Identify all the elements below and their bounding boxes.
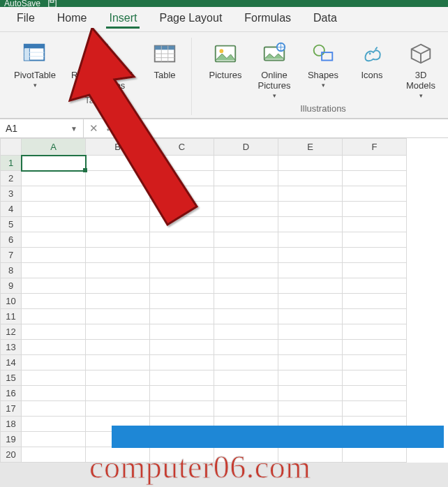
cell[interactable] [150,309,214,324]
cell[interactable] [343,401,407,417]
cell[interactable] [214,355,278,370]
cell[interactable] [150,217,214,232]
cell[interactable] [343,278,407,294]
column-header[interactable]: D [214,139,278,156]
cell[interactable] [22,417,86,432]
cell[interactable] [214,232,278,248]
cell[interactable] [150,278,214,294]
cell[interactable] [343,309,407,324]
cell[interactable] [278,340,343,355]
cell[interactable] [86,401,150,417]
cell[interactable] [278,232,343,248]
cell[interactable] [214,217,278,232]
cell[interactable] [214,324,278,340]
cell[interactable] [278,386,343,401]
cell[interactable] [86,248,150,263]
cell[interactable] [214,248,278,263]
column-header[interactable]: F [343,139,407,156]
cell[interactable] [150,340,214,355]
fx-icon[interactable]: fx [121,122,133,135]
row-header[interactable]: 19 [1,432,22,447]
cell[interactable] [214,171,278,186]
confirm-icon[interactable]: ✓ [105,122,114,135]
row-header[interactable]: 18 [1,417,22,432]
cell[interactable] [278,278,343,294]
cell[interactable] [343,447,407,463]
cell[interactable] [343,156,407,171]
cell[interactable] [343,263,407,278]
table-button[interactable]: Table [144,38,186,80]
row-header[interactable]: 20 [1,447,22,463]
tab-page-layout[interactable]: Page Layout [148,6,233,31]
cell[interactable] [150,324,214,340]
cell[interactable] [278,248,343,263]
cell[interactable] [22,447,86,463]
cell[interactable] [343,202,407,217]
row-header[interactable]: 1 [1,156,22,171]
cell[interactable] [150,386,214,401]
cell[interactable] [86,309,150,324]
cell[interactable] [278,186,343,202]
cell[interactable] [150,370,214,386]
icons-button[interactable]: Icons [351,38,393,80]
cell[interactable] [86,171,150,186]
cell[interactable] [343,217,407,232]
column-header[interactable]: C [150,139,214,156]
column-header[interactable]: B [86,139,150,156]
cell[interactable] [86,355,150,370]
cell[interactable] [86,278,150,294]
cell[interactable] [278,217,343,232]
cell[interactable] [214,370,278,386]
cell[interactable] [22,370,86,386]
cell[interactable] [214,386,278,401]
cell[interactable] [150,263,214,278]
cell[interactable] [343,186,407,202]
tab-data[interactable]: Data [302,6,348,31]
cell[interactable] [22,324,86,340]
cell[interactable] [343,370,407,386]
cell[interactable] [343,324,407,340]
cell[interactable] [86,217,150,232]
cell[interactable] [22,263,86,278]
tab-home[interactable]: Home [46,6,98,31]
row-header[interactable]: 8 [1,263,22,278]
cell[interactable] [22,401,86,417]
cell[interactable] [278,294,343,309]
pictures-button[interactable]: Pictures [204,38,246,80]
row-header[interactable]: 13 [1,340,22,355]
cell[interactable] [86,386,150,401]
cell[interactable] [86,186,150,202]
cell[interactable] [86,324,150,340]
cell[interactable] [343,248,407,263]
tab-insert[interactable]: Insert [98,6,148,31]
select-all-cell[interactable] [1,139,22,156]
cell[interactable] [214,186,278,202]
cell[interactable] [86,156,150,171]
cell[interactable] [150,156,214,171]
cell[interactable] [22,309,86,324]
row-header[interactable]: 4 [1,202,22,217]
cell[interactable] [150,232,214,248]
recommended-pivottables-button[interactable]: ? Recommended PivotTables [67,38,137,91]
row-header[interactable]: 16 [1,386,22,401]
pivottable-button[interactable]: PivotTable ▾ [10,38,60,89]
tab-file[interactable]: File [6,6,46,31]
cell[interactable] [343,232,407,248]
cell[interactable] [150,171,214,186]
column-header[interactable]: E [278,139,343,156]
row-header[interactable]: 12 [1,324,22,340]
cell[interactable] [22,340,86,355]
row-header[interactable]: 14 [1,355,22,370]
cell[interactable] [278,324,343,340]
cell[interactable] [278,355,343,370]
cell[interactable] [22,217,86,232]
cell[interactable] [278,401,343,417]
cell[interactable] [150,294,214,309]
row-header[interactable]: 3 [1,186,22,202]
cell[interactable] [150,186,214,202]
worksheet[interactable]: ABCDEF1234567891011121314151617181920 [0,138,448,463]
cell[interactable] [86,202,150,217]
cell[interactable] [22,156,86,171]
cell[interactable] [278,263,343,278]
cell[interactable] [214,263,278,278]
